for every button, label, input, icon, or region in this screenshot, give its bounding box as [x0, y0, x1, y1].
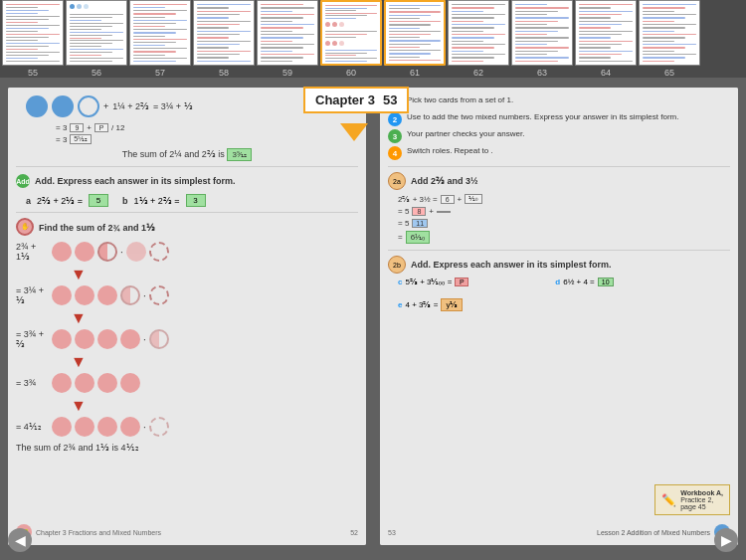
thumbnail-61[interactable]: 61 [384, 0, 446, 78]
thumbnail-60[interactable]: 60 [320, 0, 382, 78]
sum-answer-box: 3⁵⁄₁₂ [227, 148, 252, 161]
label-a: a [26, 196, 31, 206]
rp-problem1: 2a Add 2⅔ and 3½ 2⅔ + 3½ = 6 + ⅒ = 5 8 [388, 172, 730, 244]
p2-c-text: 4 + 3⅔ = [405, 300, 438, 309]
arrow-3: ▼ [71, 353, 358, 371]
circle-2 [52, 95, 74, 117]
p1-eq4-text: = [398, 233, 403, 242]
thumbnail-56[interactable]: 56 [66, 0, 127, 78]
sum-statement: The sum of 2¼ and 2⅔ is 3⁵⁄₁₂ [16, 148, 358, 161]
pencil-icon: ✏️ [661, 493, 676, 507]
thumbnail-57[interactable]: 57 [129, 0, 191, 78]
vc23 [120, 417, 140, 437]
add-exercise: Add Add. Express each answer in its simp… [16, 172, 358, 190]
p1-eq2: = 5 8 + [398, 207, 730, 216]
vc12 [75, 329, 94, 349]
vc11 [52, 329, 72, 349]
page-number: 53 [383, 93, 397, 107]
p2-header: 2b Add. Express each answer in its simpl… [388, 256, 730, 274]
vc9 [120, 285, 140, 305]
wb-line3: page 45 [680, 503, 723, 510]
nav-arrow-left[interactable]: ◀ [8, 528, 32, 552]
left-page: + 1¼ + 2⅔ = 3¼ + ⅓ = 3 9 + P / 12 = 3 5⁵… [8, 88, 366, 545]
thumbnail-64[interactable]: 64 [575, 0, 637, 78]
badge-3: 3 [388, 129, 402, 143]
p1-eq2-text2: + [429, 207, 434, 216]
vis-row-5: = 4⅟₁₂ · [16, 415, 358, 439]
step1-denom: / 12 [111, 123, 124, 132]
p1-icon: 2a [388, 172, 406, 190]
vc13 [97, 329, 117, 349]
p2-c-marker: e [398, 300, 402, 309]
thumbnail-63[interactable]: 63 [511, 0, 573, 78]
dot-sep3: · [143, 334, 146, 345]
arrow-4: ▼ [71, 397, 358, 415]
left-footer-left: 🐸 Chapter 3 Fractions and Mixed Numbers [16, 524, 161, 540]
find-sum-icon-inner: ✋ [21, 223, 30, 231]
vc17 [75, 373, 94, 393]
p1-lhs: 2⅔ + 3½ = [398, 195, 438, 204]
circles-r3: · [52, 329, 169, 349]
p2-b-answer: 10 [598, 278, 614, 286]
vis-row-2: = 3¼ + ⅓ · [16, 283, 358, 307]
vc22 [97, 417, 117, 437]
p2-a-marker: c [398, 278, 402, 286]
dot-sep1: · [120, 247, 123, 258]
thumbnail-62[interactable]: 62 [448, 0, 509, 78]
vc3 [97, 242, 117, 262]
badge-2: 2 [388, 112, 402, 126]
vc6 [52, 285, 72, 305]
step-2: = 3 5⁵⁄₁₂ [56, 134, 358, 144]
p2-icon: 2b [388, 256, 406, 274]
frac-2: = 3¼ + ⅓ [153, 101, 193, 111]
divider-2 [16, 212, 358, 213]
p2-c: e 4 + 3⅔ = y⅓ [398, 298, 547, 311]
p2-b-marker: d [555, 278, 560, 286]
left-footer: 🐸 Chapter 3 Fractions and Mixed Numbers … [16, 524, 358, 540]
circles-r1: · [52, 242, 169, 262]
step-b-answer: 3 [186, 194, 206, 207]
vc16 [52, 373, 72, 393]
p1-eq4: = 6¹⁄₁₀ [398, 231, 730, 244]
p1-box3: 8 [412, 207, 426, 216]
wb-line1: Workbook A, [680, 489, 723, 496]
inst-1: 1 Pick two cards from a set of 1. [388, 95, 730, 109]
thumb-num-57: 57 [155, 68, 165, 78]
rp-divider-2 [388, 250, 730, 251]
thumbnail-59[interactable]: 59 [257, 0, 318, 78]
thumb-num-59: 59 [282, 68, 292, 78]
chapter-arrow [340, 123, 368, 141]
p2-problems: c 5⅔ + 3⅒₀ = P d 6½ + 4 = 10 [398, 278, 730, 315]
thumbnail-58[interactable]: 58 [193, 0, 255, 78]
left-page-content: + 1¼ + 2⅔ = 3¼ + ⅓ = 3 9 + P / 12 = 3 5⁵… [8, 88, 366, 545]
main-area: Chapter 3 53 + 1¼ + 2⅔ = 3¼ + ⅓ = 3 9 [0, 78, 746, 560]
vc1 [52, 242, 72, 262]
nav-arrow-right[interactable]: ▶ [714, 528, 738, 552]
vc21 [75, 417, 94, 437]
circles-r4 [52, 373, 140, 393]
circles-r5: · [52, 417, 169, 437]
p2-label: Add. Express each answer in its simplest… [411, 260, 612, 270]
p2-b-row: d 6½ + 4 = 10 [555, 278, 704, 286]
vis-label-1: 2¾ + 1⅓ [16, 242, 46, 262]
p2-a-row: c 5⅔ + 3⅒₀ = P [398, 278, 547, 286]
inst-text-2: Use to add the two mixed numbers. Expres… [407, 112, 678, 122]
badge-4: 4 [388, 146, 402, 160]
vis-label-5: = 4⅟₁₂ [16, 422, 46, 432]
circles-r2: · [52, 285, 169, 305]
vc14 [120, 329, 140, 349]
p2-c-row: e 4 + 3⅔ = y⅓ [398, 298, 547, 311]
vc18 [97, 373, 117, 393]
vc4 [126, 242, 146, 262]
step-b-text: 1⅓ + 2⅔ = [134, 196, 180, 206]
final-sum: The sum of 2¾ and 1⅓ is 4⅟₁₂ [16, 443, 358, 453]
chapter-text: Chapter 3 [315, 93, 375, 107]
thumbnail-55[interactable]: 55 [2, 0, 64, 78]
circle-3 [78, 95, 99, 117]
p1-plus: + [458, 195, 463, 204]
p1-label: Add 2⅔ and 3½ [411, 176, 478, 186]
right-footer-right: Lesson 2 Addition of Mixed Numbers ▶ [597, 524, 730, 540]
vc19 [120, 373, 140, 393]
thumbnail-65[interactable]: 65 [639, 0, 700, 78]
thumb-num-61: 61 [410, 68, 420, 78]
